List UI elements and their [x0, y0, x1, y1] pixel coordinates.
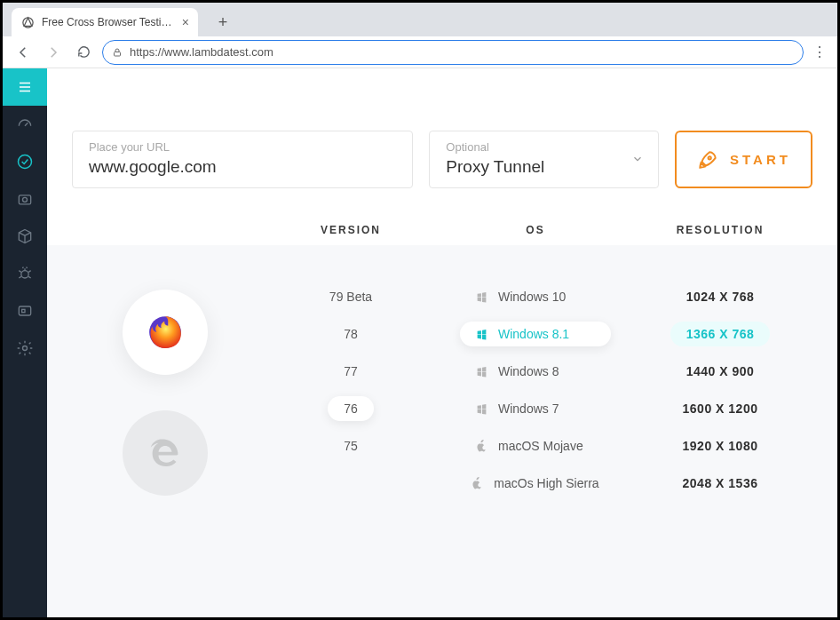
version-option-label: 76 — [344, 401, 358, 416]
os-option-label: Windows 8.1 — [498, 327, 569, 341]
browser-menu-button[interactable]: ⋮ — [811, 44, 828, 60]
svg-point-4 — [23, 197, 28, 202]
start-button[interactable]: START — [675, 131, 812, 188]
resolution-option[interactable]: 1440 X 900 — [670, 359, 771, 384]
sidebar-settings-icon[interactable] — [3, 330, 47, 367]
proxy-value: Proxy Tunnel — [446, 157, 544, 177]
os-option-label: Windows 8 — [498, 364, 559, 378]
sidebar-realtime-icon[interactable] — [3, 143, 47, 180]
resolution-option-label: 1440 X 900 — [686, 364, 755, 378]
version-list: 79 Beta78777675 — [258, 272, 443, 582]
version-option[interactable]: 78 — [328, 322, 374, 346]
version-option[interactable]: 77 — [328, 359, 374, 384]
new-tab-button[interactable]: + — [210, 10, 235, 35]
version-option-label: 78 — [344, 327, 358, 341]
resolution-option-label: 2048 X 1536 — [683, 476, 758, 490]
internet-explorer-icon — [147, 435, 183, 471]
sidebar-bug-icon[interactable] — [3, 255, 47, 292]
os-option[interactable]: Windows 8 — [460, 359, 611, 384]
os-option-label: Windows 7 — [498, 401, 559, 416]
resolution-list: 1024 X 7681366 X 7681440 X 9001600 X 120… — [628, 272, 812, 582]
resolution-option[interactable]: 2048 X 1536 — [667, 471, 774, 496]
apple-icon — [476, 440, 487, 453]
sidebar-integrations-icon[interactable] — [3, 292, 47, 330]
rocket-icon — [696, 148, 719, 171]
proxy-placeholder: Optional — [446, 140, 544, 154]
back-button[interactable] — [12, 41, 35, 64]
os-option[interactable]: Windows 10 — [460, 284, 611, 309]
resolution-option[interactable]: 1920 X 1080 — [667, 433, 774, 458]
version-option-label: 77 — [344, 364, 358, 378]
lock-icon — [112, 47, 123, 58]
browser-toolbar: https://www.lambdatest.com ⋮ — [3, 36, 837, 68]
resolution-option-label: 1920 X 1080 — [683, 439, 758, 453]
column-header-version: VERSION — [258, 224, 443, 236]
reload-button[interactable] — [72, 41, 95, 64]
version-option-label: 79 Beta — [329, 290, 372, 304]
browser-firefox-chip[interactable] — [123, 290, 208, 375]
os-option-label: Windows 10 — [498, 290, 566, 304]
os-option[interactable]: Windows 7 — [460, 396, 611, 421]
url-input-value: www.google.com — [89, 157, 396, 177]
svg-point-9 — [709, 156, 711, 159]
chevron-down-icon — [631, 153, 644, 165]
resolution-option[interactable]: 1024 X 768 — [670, 284, 771, 309]
svg-point-2 — [19, 155, 32, 169]
firefox-icon — [146, 313, 185, 352]
url-input-placeholder: Place your URL — [89, 140, 396, 154]
browser-tab[interactable]: Free Cross Browser Testing Clou × — [12, 8, 198, 36]
sidebar-screenshot-icon[interactable] — [3, 180, 47, 218]
os-option-label: macOs High Sierra — [494, 476, 598, 490]
proxy-tunnel-dropdown[interactable]: Optional Proxy Tunnel — [429, 131, 659, 188]
browser-ie-chip[interactable] — [123, 410, 208, 496]
address-bar-url: https://www.lambdatest.com — [130, 45, 273, 59]
version-option-label: 75 — [344, 439, 358, 453]
svg-point-5 — [21, 271, 28, 278]
version-option[interactable]: 76 — [328, 396, 374, 421]
windows-icon — [476, 403, 487, 415]
tab-title: Free Cross Browser Testing Clou — [42, 16, 175, 28]
apple-icon — [472, 477, 483, 490]
column-header-resolution: RESOLUTION — [628, 224, 812, 236]
os-option[interactable]: macOs High Sierra — [456, 471, 614, 496]
os-option[interactable]: macOS Mojave — [460, 433, 611, 458]
tab-close-icon[interactable]: × — [182, 15, 189, 29]
resolution-option[interactable]: 1366 X 768 — [670, 322, 771, 346]
address-bar[interactable]: https://www.lambdatest.com — [102, 40, 804, 65]
resolution-option-label: 1366 X 768 — [686, 327, 755, 341]
svg-rect-3 — [19, 195, 30, 204]
resolution-option-label: 1024 X 768 — [686, 290, 755, 304]
tab-favicon — [20, 15, 35, 29]
start-button-label: START — [730, 152, 791, 167]
os-option-label: macOS Mojave — [498, 439, 583, 453]
sidebar-dashboard-icon[interactable] — [3, 106, 47, 143]
url-input[interactable]: Place your URL www.google.com — [72, 131, 413, 188]
svg-rect-1 — [115, 52, 121, 56]
sidebar-cube-icon[interactable] — [3, 218, 47, 255]
resolution-option-label: 1600 X 1200 — [683, 401, 758, 416]
menu-toggle-button[interactable] — [3, 68, 47, 106]
svg-point-8 — [23, 346, 28, 351]
column-header-os: OS — [443, 224, 628, 236]
windows-icon — [476, 329, 487, 340]
svg-rect-7 — [22, 309, 25, 312]
browser-tabbar: Free Cross Browser Testing Clou × + — [3, 3, 837, 36]
windows-icon — [476, 291, 487, 303]
forward-button[interactable] — [42, 41, 65, 64]
version-option[interactable]: 79 Beta — [313, 284, 388, 309]
os-option[interactable]: Windows 8.1 — [460, 322, 611, 346]
os-list: Windows 10Windows 8.1Windows 8Windows 7m… — [443, 272, 628, 582]
windows-icon — [476, 366, 487, 378]
resolution-option[interactable]: 1600 X 1200 — [667, 396, 774, 421]
app-sidebar — [3, 68, 47, 617]
version-option[interactable]: 75 — [328, 433, 374, 458]
